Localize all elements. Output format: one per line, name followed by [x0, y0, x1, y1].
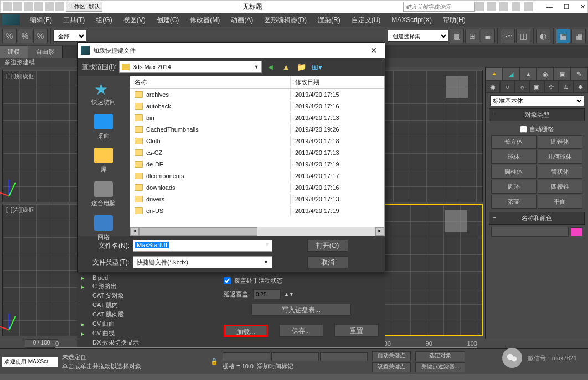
app-icon[interactable] — [2, 14, 20, 25]
time-slider-handle[interactable]: 0 / 100 — [25, 339, 58, 348]
link-icon[interactable]: % — [2, 29, 17, 43]
auto-key-button[interactable]: 自动关键点 — [372, 351, 411, 361]
schematic-icon[interactable]: ◫ — [516, 29, 530, 43]
modify-tab-icon[interactable]: ◢ — [503, 67, 520, 81]
file-row[interactable]: de-DE2019/4/20 17:19 — [130, 158, 384, 170]
menu-modifiers[interactable]: 修改器(M) — [184, 14, 225, 27]
display-tab-icon[interactable]: ▣ — [554, 67, 571, 81]
file-row[interactable]: bin2019/4/20 17:13 — [130, 112, 384, 123]
scroll-thumb[interactable] — [139, 227, 257, 236]
app-menu-icon[interactable] — [3, 2, 12, 11]
hierarchy-tab-icon[interactable]: ▲ — [520, 67, 537, 81]
minimize-button[interactable]: — — [546, 3, 553, 11]
lights-icon[interactable]: ☼ — [515, 81, 529, 93]
menu-rendering[interactable]: 渲染(R) — [312, 14, 346, 27]
file-row[interactable]: Cloth2019/4/20 17:18 — [130, 135, 384, 147]
obj-sphere[interactable]: 球体 — [491, 150, 537, 164]
places-desktop[interactable]: 桌面 — [94, 114, 113, 140]
close-button[interactable]: ✕ — [580, 3, 585, 11]
object-name-input[interactable] — [491, 227, 569, 237]
bind-icon[interactable]: % — [33, 29, 48, 43]
write-keyboard-button[interactable]: 写入键盘表... — [251, 304, 351, 316]
open-button[interactable]: 打开(O) — [307, 240, 348, 252]
rollout-name-color[interactable]: 名称和颜色 — [489, 212, 585, 225]
maximize-button[interactable]: ☐ — [564, 3, 569, 11]
file-row[interactable]: CachedThumbnails2019/4/20 19:26 — [130, 123, 384, 135]
column-date[interactable]: 修改日期 — [291, 76, 384, 88]
mirror-icon[interactable]: ▥ — [450, 29, 464, 43]
menu-maxscript[interactable]: MAXScript(X) — [386, 14, 437, 25]
new-folder-icon[interactable]: 📁 — [296, 61, 307, 72]
object-color-swatch[interactable] — [571, 227, 582, 236]
places-network[interactable]: 网络 — [94, 215, 113, 241]
signin-icon[interactable] — [487, 2, 496, 11]
menu-view[interactable]: 视图(V) — [118, 14, 151, 27]
cameras-icon[interactable]: ▣ — [529, 81, 544, 93]
obj-box[interactable]: 长方体 — [491, 135, 537, 149]
x-coord[interactable] — [223, 352, 270, 361]
exchange-icon[interactable] — [499, 2, 508, 11]
menu-help[interactable]: 帮助(H) — [437, 14, 471, 27]
file-row[interactable]: archives2019/4/20 17:15 — [130, 89, 384, 100]
set-key-button[interactable]: 设置关键点 — [372, 362, 411, 372]
obj-teapot[interactable]: 茶壶 — [491, 195, 537, 209]
file-row[interactable]: downloads2019/4/20 17:16 — [130, 181, 384, 193]
obj-cone[interactable]: 圆锥体 — [538, 135, 583, 149]
binocular-icon[interactable] — [475, 2, 484, 11]
curve-editor-icon[interactable]: 〰 — [501, 29, 515, 43]
view-menu-icon[interactable]: ⊞▾ — [312, 61, 323, 72]
lock-icon[interactable]: 🔒 — [210, 358, 218, 365]
filename-input[interactable]: MaxStartUI ▼ — [133, 240, 272, 252]
maxscript-listener[interactable]: 欢迎使用 MAXScr — [2, 357, 58, 367]
delay-spinner[interactable] — [253, 289, 281, 299]
redo-icon[interactable] — [55, 2, 64, 11]
override-active-checkbox[interactable] — [224, 277, 231, 284]
file-row[interactable]: dlcomponents2019/4/20 17:17 — [130, 170, 384, 181]
menu-graph-editors[interactable]: 图形编辑器(D) — [259, 14, 312, 27]
obj-torus[interactable]: 圆环 — [491, 180, 537, 194]
render-setup-icon[interactable]: ▦ — [556, 29, 570, 43]
render-icon[interactable]: ▦ — [571, 29, 586, 43]
scroll-right-icon[interactable]: ► — [375, 227, 384, 236]
save-button[interactable]: 保存... — [279, 325, 323, 337]
dialog-close-button[interactable]: ✕ — [366, 46, 381, 55]
unlink-icon[interactable]: % — [18, 29, 32, 43]
up-icon[interactable]: ▲ — [281, 61, 292, 72]
file-row[interactable]: autoback2019/4/20 17:16 — [130, 100, 384, 112]
menu-edit[interactable]: 编辑(E) — [24, 14, 58, 27]
systems-icon[interactable]: ✱ — [574, 81, 588, 93]
star-icon[interactable] — [512, 2, 520, 11]
horizontal-scrollbar[interactable]: ◄ ► — [130, 227, 384, 236]
file-row[interactable]: cs-CZ2019/4/20 17:13 — [130, 147, 384, 158]
create-tab-icon[interactable]: ✦ — [486, 67, 503, 81]
help-search-input[interactable] — [403, 2, 475, 12]
selection-filter-combo[interactable]: 全部 — [53, 30, 86, 42]
save-icon[interactable] — [34, 2, 43, 11]
workspace-selector[interactable]: 工作区: 默认 — [66, 2, 102, 12]
primitive-category-combo[interactable]: 标准基本体 — [490, 95, 584, 106]
obj-pyramid[interactable]: 四棱锥 — [538, 180, 583, 194]
auto-grid-checkbox[interactable] — [520, 126, 527, 133]
shapes-icon[interactable]: ○ — [500, 81, 514, 93]
motion-tab-icon[interactable]: ◉ — [537, 67, 554, 81]
obj-plane[interactable]: 平面 — [538, 195, 583, 209]
menu-tools[interactable]: 工具(T) — [58, 14, 90, 27]
action-list[interactable]: ▸Biped ▸C 形挤出 CAT 父对象 CAT 肌肉 CAT 肌肉股 ▸CV… — [77, 272, 217, 347]
z-coord[interactable] — [320, 352, 368, 361]
file-row[interactable]: en-US2019/4/20 17:19 — [130, 205, 384, 216]
align-icon[interactable]: ⊞ — [465, 29, 479, 43]
utilities-tab-icon[interactable]: ✎ — [571, 67, 588, 81]
cancel-button[interactable]: 取消 — [307, 256, 348, 268]
geometry-icon[interactable]: ◉ — [486, 81, 500, 93]
add-time-tag[interactable]: 添加时间标记 — [257, 362, 293, 371]
named-selection-combo[interactable]: 创建选择集 — [388, 30, 448, 42]
places-this-pc[interactable]: 这台电脑 — [91, 181, 116, 207]
layer-icon[interactable]: ≣ — [481, 29, 495, 43]
y-coord[interactable] — [271, 352, 319, 361]
load-button[interactable]: 加载... — [224, 325, 268, 337]
back-icon[interactable]: ◄ — [265, 61, 276, 72]
lookin-combo[interactable]: 3ds Max 2014 ▼ — [119, 61, 262, 73]
places-library[interactable]: 库 — [94, 148, 113, 174]
places-quick-access[interactable]: ★快速访问 — [91, 80, 116, 106]
helpers-icon[interactable]: ✣ — [544, 81, 559, 93]
